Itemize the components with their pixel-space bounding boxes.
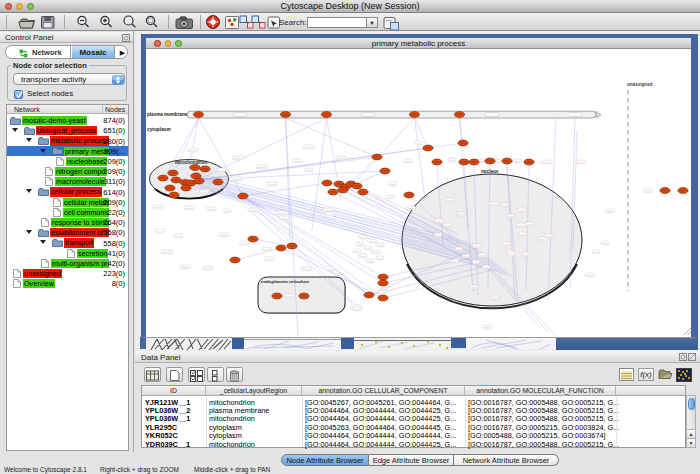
svg-text:mitochondrion: mitochondrion (175, 160, 207, 165)
svg-text:cytoplasm: cytoplasm (147, 127, 171, 132)
svg-text:plasma membrane: plasma membrane (147, 112, 188, 117)
svg-text:nucleus: nucleus (481, 169, 499, 174)
svg-text:unassigned: unassigned (627, 82, 653, 87)
svg-text:endoplasmic reticulum: endoplasmic reticulum (261, 279, 309, 284)
